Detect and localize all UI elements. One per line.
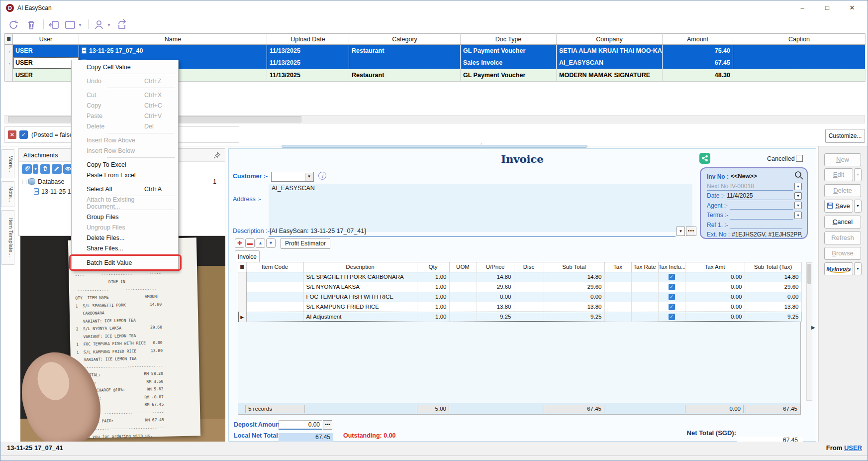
splitter-collapse-icon[interactable]: ˆ (481, 143, 482, 148)
column-header-disc[interactable]: Disc (514, 262, 544, 272)
edit-dropdown-icon[interactable]: ▼ (854, 168, 862, 181)
collapse-panel-icon[interactable] (48, 19, 60, 31)
customer-combobox[interactable]: ▼ (271, 172, 314, 182)
menu-item[interactable]: Paste Ctrl+V (72, 111, 178, 121)
edit-button[interactable]: Edit (824, 168, 853, 181)
column-header-upload-date[interactable]: Upload Date (267, 34, 349, 45)
menu-item[interactable] (72, 180, 178, 184)
move-row-down-button[interactable]: ▼ (266, 238, 276, 248)
date-value[interactable]: 11/4/2025 (727, 192, 793, 200)
layout-dropdown-icon[interactable]: ▼ (78, 23, 82, 27)
delete-attachment-icon[interactable] (40, 164, 50, 174)
user-dropdown-icon[interactable]: ▼ (107, 23, 111, 27)
new-button[interactable]: New (824, 153, 861, 166)
detail-row[interactable]: ▶ S/L SPAGHETTI PORK CARBONARA 1.00 14.8… (238, 272, 801, 282)
customer-name-field[interactable]: AI_EASYSCAN (269, 184, 692, 193)
chevron-down-icon[interactable]: ▼ (794, 202, 802, 209)
menu-item[interactable]: Attach to Existing Document... (72, 198, 178, 208)
share-invoice-icon[interactable] (699, 153, 710, 164)
column-header-sub-total-tax[interactable]: Sub Total (Tax) (745, 262, 801, 272)
refresh-icon[interactable] (7, 19, 19, 31)
menu-item[interactable]: Batch Edit Value (72, 257, 178, 269)
filter-enabled-checkbox[interactable]: ✓ (19, 130, 28, 139)
menu-item[interactable] (72, 131, 178, 135)
refresh-button[interactable]: Refresh (824, 231, 861, 244)
menu-item[interactable]: Copy Cell Value (72, 62, 178, 72)
chevron-down-icon[interactable]: ▼ (305, 173, 313, 181)
attach-file-icon[interactable] (22, 164, 32, 174)
table-row[interactable]: → USER 13-11-25 17_07_40 11/13/2025 Rest… (5, 45, 866, 57)
column-header-name[interactable]: Name (79, 34, 267, 45)
detail-row[interactable]: ▶ S/L KAMPUNG FRIED RICE 1.00 13.80 13.8… (238, 302, 801, 312)
myinvois-button[interactable]: MyInvois (824, 262, 853, 275)
menu-item[interactable] (72, 253, 178, 257)
maximize-button[interactable]: □ (817, 1, 838, 14)
menu-item[interactable]: Ungroup Files (72, 222, 178, 232)
chevron-down-icon[interactable]: ▼ (794, 192, 802, 200)
ref1-value[interactable] (730, 221, 802, 229)
column-header-uprice[interactable]: U/Price (477, 262, 514, 272)
delete-icon[interactable] (25, 19, 37, 31)
myinvois-dropdown-icon[interactable]: ▼ (854, 262, 862, 275)
from-user-link[interactable]: USER (844, 444, 862, 452)
remove-row-button[interactable]: ▬ (245, 238, 255, 248)
move-row-up-button[interactable]: ▲ (256, 238, 265, 248)
chevron-down-icon[interactable]: ▼ (794, 212, 802, 219)
column-header-caption[interactable]: Caption (733, 34, 866, 45)
tax-inclusive-checkbox[interactable]: ✓ (669, 274, 675, 280)
tab-invoice[interactable]: Invoice (235, 250, 260, 262)
edit-attachment-icon[interactable] (52, 164, 62, 174)
menu-item[interactable] (72, 72, 178, 76)
splitter-handle[interactable] (282, 145, 587, 148)
description-value[interactable]: [AI EasyScan: 13-11-25 17_07_41] (270, 228, 674, 234)
close-button[interactable]: ✕ (842, 1, 863, 14)
cancelled-checkbox[interactable] (796, 155, 803, 162)
menu-item[interactable] (72, 156, 178, 159)
info-icon[interactable]: i (318, 172, 326, 180)
menu-item[interactable]: Insert Row Below (72, 145, 178, 156)
column-header-tax[interactable]: Tax (604, 262, 631, 272)
menu-item[interactable] (72, 86, 178, 90)
address-field[interactable] (269, 193, 692, 232)
expand-panel-icon[interactable]: ▶ (811, 325, 815, 330)
menu-item[interactable]: Group Files (72, 212, 178, 222)
agent-value[interactable] (730, 201, 793, 210)
tree-collapse-icon[interactable]: − (22, 180, 26, 184)
save-dropdown-icon[interactable]: ▼ (854, 200, 862, 213)
tax-inclusive-checkbox[interactable]: ✓ (669, 294, 675, 300)
menu-item[interactable]: Delete Files... (72, 232, 178, 243)
detail-row[interactable]: ▶ FOC TEMPURA FISH WITH RICE 1.00 0.00 0… (238, 292, 801, 302)
menu-item[interactable]: Cut Ctrl+X (72, 90, 178, 100)
menu-item[interactable]: Insert Row Above (72, 135, 178, 145)
tax-inclusive-checkbox[interactable]: ✓ (669, 284, 675, 290)
vertical-scrollbar[interactable] (806, 262, 812, 401)
sidetab-item-template[interactable]: Item Template... (1, 210, 14, 265)
browse-button[interactable]: Browse (824, 247, 861, 260)
tax-inclusive-checkbox[interactable]: ✓ (669, 314, 675, 320)
column-header-qty[interactable]: Qty (417, 262, 449, 272)
detail-row[interactable]: ▶ AI Adjustment 1.00 9.25 9.25 ✓ (238, 312, 801, 322)
grid-corner-icon[interactable]: ≣ (5, 34, 13, 45)
column-header-user[interactable]: User (13, 34, 79, 45)
column-header-item-code[interactable]: Item Code (246, 262, 303, 272)
description-dropdown-icon[interactable]: ▼ (676, 227, 685, 236)
profit-estimator-button[interactable]: Profit Estimator (281, 238, 330, 249)
user-icon[interactable] (93, 19, 105, 31)
column-header-sub-total[interactable]: Sub Total (544, 262, 604, 272)
share-icon[interactable] (117, 19, 129, 31)
add-row-button[interactable]: ✚ (235, 238, 244, 248)
menu-item[interactable]: Share Files... (72, 243, 178, 253)
column-header-category[interactable]: Category (349, 34, 461, 45)
terms-value[interactable] (730, 211, 793, 220)
pin-icon[interactable] (213, 151, 221, 159)
menu-item[interactable]: Undo Ctrl+Z (72, 76, 178, 86)
menu-item[interactable]: Paste From Excel (72, 170, 178, 180)
customize-button[interactable]: Customize... (825, 129, 865, 143)
attach-dropdown-icon[interactable]: ▼ (33, 164, 38, 174)
column-header-description[interactable]: Description (303, 262, 417, 272)
menu-item[interactable]: Select All Ctrl+A (72, 184, 178, 194)
column-header-company[interactable]: Company (557, 34, 663, 45)
delete-button[interactable]: Delete (824, 184, 861, 197)
sidetab-note[interactable]: Note... (1, 181, 14, 207)
layout-icon[interactable] (64, 19, 76, 31)
